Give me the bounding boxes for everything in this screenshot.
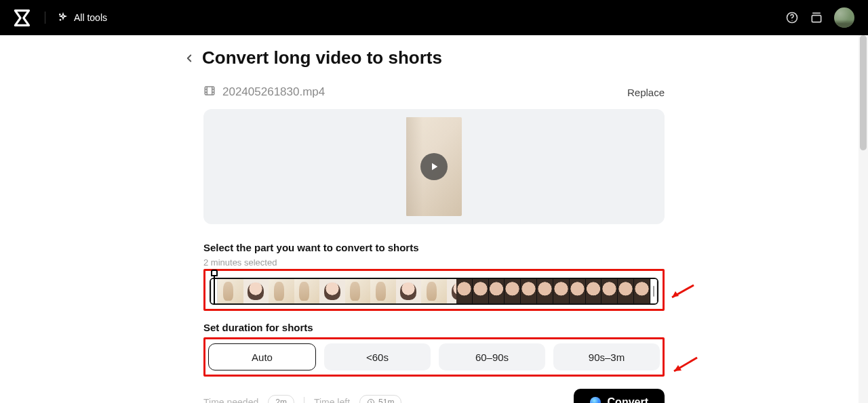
time-meta: Time needed 2m Time left 51m [203,395,401,403]
frame [319,279,345,303]
svg-rect-2 [812,16,821,22]
frame [345,279,371,303]
avatar[interactable] [834,7,854,28]
frame [218,279,243,303]
time-left-chip: 51m [359,395,401,403]
duration-heading: Set duration for shorts [203,322,665,333]
capcut-logo[interactable] [14,9,33,26]
all-tools-button[interactable]: All tools [58,12,107,23]
file-name: 202405261830.mp4 [222,85,325,99]
frame [294,279,320,303]
timeline-container [203,269,665,311]
sparkle-icon [58,12,68,23]
duration-option-auto[interactable]: Auto [208,343,316,370]
convert-label: Convert [608,396,648,403]
file-row: 202405261830.mp4 Replace [203,85,665,100]
annotation-arrow [668,284,695,301]
frame [243,279,269,303]
help-icon[interactable] [785,11,799,24]
top-bar: All tools [0,0,868,35]
annotation-arrow [669,356,698,375]
scrollbar-thumb[interactable] [860,35,867,150]
replace-button[interactable]: Replace [627,87,665,98]
file-info: 202405261830.mp4 [203,85,325,100]
duration-option-60-90s[interactable]: 60–90s [439,343,545,370]
top-bar-left: All tools [14,9,107,26]
divider [304,397,304,403]
footer-row: Time needed 2m Time left 51m Convert [203,389,665,403]
time-needed-label: Time needed [203,397,258,403]
playhead[interactable] [211,270,218,305]
time-left-value: 51m [378,398,394,403]
all-tools-label: All tools [74,12,107,23]
ai-orb-icon [590,397,601,403]
duration-options: Auto <60s 60–90s 90s–3m [203,337,665,377]
frame [396,279,422,303]
selection-subtext: 2 minutes selected [203,257,665,268]
film-icon [203,85,216,100]
time-needed-chip: 2m [268,395,294,403]
frame [370,279,396,303]
top-bar-right [785,7,854,28]
dark-segment [456,279,650,303]
timeline-track[interactable] [210,278,658,305]
page-title: Convert long video to shorts [202,47,442,68]
time-left-label: Time left [314,397,350,403]
trim-handle-right[interactable] [650,279,657,303]
frame [421,279,447,303]
video-thumbnail [406,117,462,216]
divider [45,12,45,24]
duration-option-60s[interactable]: <60s [324,343,431,370]
convert-button[interactable]: Convert [574,389,665,403]
frame [269,279,294,303]
title-row: Convert long video to shorts [183,47,665,68]
video-preview[interactable] [203,109,665,224]
content: Convert long video to shorts 20240526183… [203,47,665,403]
play-icon[interactable] [420,153,448,180]
project-queue-icon[interactable] [810,11,823,24]
svg-rect-3 [205,87,214,95]
time-needed-value: 2m [275,398,287,403]
duration-option-90s-3m[interactable]: 90s–3m [553,343,660,370]
scrollbar[interactable] [859,35,868,403]
selection-heading: Select the part you want to convert to s… [203,242,665,253]
svg-point-1 [791,20,792,21]
back-button[interactable] [183,52,195,64]
